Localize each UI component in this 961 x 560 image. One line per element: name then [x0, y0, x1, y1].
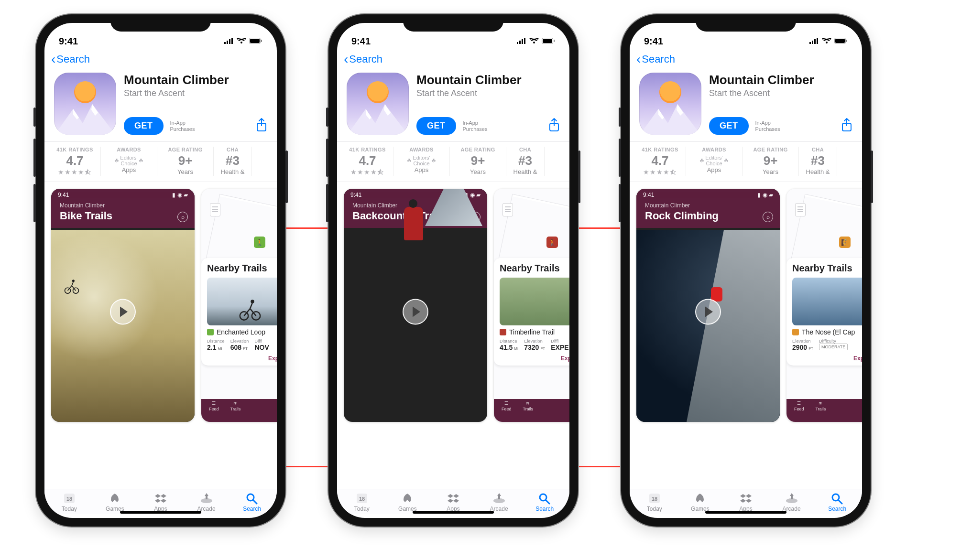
- chevron-left-icon: ‹: [344, 53, 348, 66]
- tab-games[interactable]: Games: [385, 492, 431, 512]
- stat-age[interactable]: AGE RATING9+Years: [450, 147, 506, 176]
- play-button-icon[interactable]: [110, 299, 136, 325]
- tab-search[interactable]: Search: [814, 492, 860, 512]
- svg-line-56: [839, 500, 842, 504]
- svg-rect-28: [543, 39, 552, 43]
- screenshot-map-trails[interactable]: 🧗 Nearby Trails The Nose (El Cap Elevati…: [786, 189, 862, 422]
- svg-point-16: [251, 300, 254, 303]
- screenshot-gallery[interactable]: 9:41▮ ◉ ▰ Mountain Climber Bike Trails ⌕…: [44, 182, 277, 426]
- rating-stars-icon: ★★★★⯪: [345, 168, 390, 176]
- screenshot-preview-video[interactable]: 9:41▮ ◉ ▰Mountain ClimberBackcountry Tra…: [344, 189, 487, 422]
- svg-rect-2: [229, 39, 230, 44]
- svg-rect-6: [261, 40, 262, 42]
- tab-search[interactable]: Search: [522, 492, 568, 512]
- tab-apps[interactable]: Apps: [138, 492, 184, 512]
- tab-games[interactable]: Games: [677, 492, 723, 512]
- share-button[interactable]: [841, 118, 852, 134]
- stats-bar[interactable]: 41K RATINGS 4.7 ★★★★⯪ AWARDS ☘Editors'Ch…: [44, 141, 277, 182]
- home-indicator[interactable]: [413, 511, 494, 514]
- stats-bar[interactable]: 41K RATINGS4.7★★★★⯪ AWARDS☘Editors'Choic…: [337, 141, 569, 182]
- tab-arcade[interactable]: Arcade: [476, 492, 522, 512]
- svg-rect-42: [814, 39, 816, 44]
- svg-rect-54: [791, 495, 793, 499]
- stat-chart[interactable]: CHA #3 Health &: [214, 147, 252, 176]
- get-button[interactable]: GET: [709, 117, 749, 135]
- svg-text:18: 18: [359, 496, 365, 502]
- device-frame: 9:41 ‹Search Mountain Climber Start the …: [328, 14, 578, 527]
- svg-line-39: [546, 500, 549, 504]
- doc-icon: [795, 203, 806, 216]
- stat-awards[interactable]: AWARDS☘Editors'Choice☘Apps: [393, 147, 450, 176]
- tab-search[interactable]: Search: [229, 492, 275, 512]
- play-button-icon[interactable]: [695, 299, 721, 325]
- svg-rect-41: [812, 41, 813, 44]
- svg-marker-30: [347, 104, 409, 135]
- app-name: Mountain Climber: [416, 73, 560, 87]
- tab-apps[interactable]: Apps: [723, 492, 769, 512]
- map-pin-icon: 🚶: [546, 237, 558, 248]
- svg-point-13: [72, 280, 75, 282]
- editors-choice-icon: ☘Editors'Choice☘: [699, 155, 728, 166]
- tab-games[interactable]: Games: [92, 492, 138, 512]
- stat-awards[interactable]: AWARDS☘Editors'Choice☘Apps: [686, 147, 743, 176]
- stat-ratings[interactable]: 41K RATINGS 4.7 ★★★★⯪: [44, 147, 101, 176]
- svg-rect-23: [517, 42, 518, 44]
- search-icon: ⌕: [763, 212, 773, 222]
- share-button[interactable]: [548, 118, 560, 134]
- stat-age[interactable]: AGE RATING9+Years: [743, 147, 799, 176]
- screenshot-map-trails[interactable]: 🚶 Nearby Trails Timberline Trail Distanc…: [494, 189, 569, 422]
- share-button[interactable]: [256, 118, 267, 134]
- chevron-left-icon: ‹: [51, 53, 55, 66]
- app-name: Mountain Climber: [709, 73, 852, 87]
- back-button[interactable]: ‹Search: [344, 53, 382, 66]
- screenshot-gallery[interactable]: 9:41▮ ◉ ▰Mountain ClimberRock Climbing⌕ …: [630, 182, 862, 426]
- app-subtitle: Start the Ascent: [124, 88, 267, 98]
- tab-today[interactable]: 18Today: [339, 492, 385, 512]
- expand-search-link[interactable]: Expand Sea: [500, 355, 569, 362]
- stat-awards[interactable]: AWARDS ☘Editors'Choice☘ Apps: [101, 147, 157, 176]
- stat-ratings[interactable]: 41K RATINGS4.7★★★★⯪: [337, 147, 393, 176]
- stat-chart[interactable]: CHA#3Health &: [799, 147, 837, 176]
- back-button[interactable]: ‹Search: [636, 53, 675, 66]
- app-subtitle: Start the Ascent: [416, 88, 560, 98]
- play-button-icon[interactable]: [403, 299, 428, 325]
- tab-today[interactable]: 18Today: [632, 492, 677, 512]
- svg-rect-37: [498, 495, 500, 499]
- expand-search-link[interactable]: Expand Sea: [207, 355, 277, 362]
- svg-point-21: [247, 494, 254, 501]
- cellular-icon: [809, 36, 819, 47]
- stat-ratings[interactable]: 41K RATINGS4.7★★★★⯪: [630, 147, 686, 176]
- app-icon[interactable]: [54, 73, 116, 135]
- in-app-purchases-label: In-AppPurchases: [755, 120, 780, 131]
- screenshot-preview-video[interactable]: 9:41▮ ◉ ▰Mountain ClimberRock Climbing⌕: [636, 189, 780, 422]
- screenshot-gallery[interactable]: 9:41▮ ◉ ▰Mountain ClimberBackcountry Tra…: [337, 182, 569, 426]
- svg-rect-24: [519, 41, 521, 44]
- rating-stars-icon: ★★★★⯪: [52, 168, 98, 176]
- back-button[interactable]: ‹ Search: [51, 53, 90, 66]
- tab-apps[interactable]: Apps: [430, 492, 476, 512]
- home-indicator[interactable]: [705, 511, 786, 514]
- tab-arcade[interactable]: Arcade: [769, 492, 815, 512]
- screenshot-map-trails[interactable]: 🚶 Nearby Trails Enchanted Loop Distance2…: [201, 189, 277, 422]
- cellular-icon: [224, 36, 234, 47]
- stat-age[interactable]: AGE RATING 9+ Years: [157, 147, 214, 176]
- chevron-left-icon: ‹: [636, 53, 641, 66]
- screenshot-preview-video[interactable]: 9:41▮ ◉ ▰ Mountain Climber Bike Trails ⌕: [51, 189, 195, 422]
- status-time: 9:41: [644, 36, 663, 47]
- app-icon[interactable]: [347, 73, 409, 135]
- svg-rect-25: [522, 39, 523, 44]
- home-indicator[interactable]: [120, 511, 201, 514]
- app-icon[interactable]: [639, 73, 701, 135]
- tab-today[interactable]: 18Today: [46, 492, 92, 512]
- device-notch: [403, 14, 503, 32]
- stats-bar[interactable]: 41K RATINGS4.7★★★★⯪ AWARDS☘Editors'Choic…: [630, 141, 862, 182]
- get-button[interactable]: GET: [124, 117, 164, 135]
- svg-text:18: 18: [652, 496, 657, 502]
- get-button[interactable]: GET: [416, 117, 456, 135]
- status-time: 9:41: [351, 36, 371, 47]
- stat-chart[interactable]: CHA#3Health &: [506, 147, 545, 176]
- app-subtitle: Start the Ascent: [709, 88, 852, 98]
- tab-arcade[interactable]: Arcade: [184, 492, 229, 512]
- expand-search-link[interactable]: Expand Sea: [792, 355, 862, 362]
- svg-rect-26: [524, 38, 525, 44]
